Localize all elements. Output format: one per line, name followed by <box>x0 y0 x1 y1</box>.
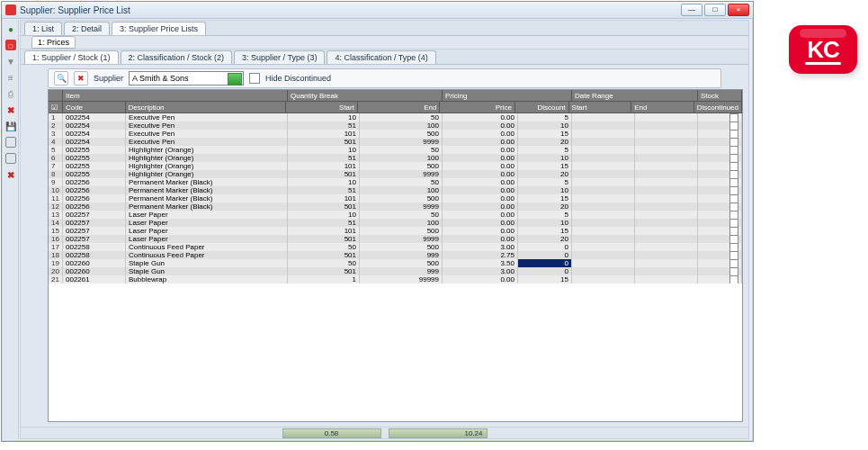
cell-discontinued[interactable] <box>698 122 742 130</box>
viewtab-class-type[interactable]: 4: Classification / Type (4) <box>327 50 435 64</box>
table-row[interactable]: 8002255Highlighter (Orange)50199990.0020 <box>49 170 742 178</box>
discontinued-checkbox[interactable] <box>729 186 738 194</box>
discontinued-checkbox[interactable] <box>729 275 738 284</box>
tab-price-lists[interactable]: 3: Supplier Price Lists <box>112 22 206 35</box>
cell-discontinued[interactable] <box>698 235 742 243</box>
cell-discontinued[interactable] <box>698 275 742 284</box>
viewtab-supplier-stock[interactable]: 1: Supplier / Stock (1) <box>24 50 119 64</box>
cell-discount[interactable]: 10 <box>518 219 572 227</box>
cell-discontinued[interactable] <box>698 243 742 251</box>
sort-icon[interactable]: ≡ <box>5 72 16 83</box>
grid-body[interactable]: 1002254Executive Pen10500.0052002254Exec… <box>49 113 742 284</box>
discontinued-checkbox[interactable] <box>729 113 738 122</box>
table-row[interactable]: 21002261Bubblewrap1999990.0015 <box>49 275 742 284</box>
cell-discontinued[interactable] <box>698 194 742 202</box>
hide-disc-checkbox[interactable] <box>249 73 260 84</box>
cell-discontinued[interactable] <box>698 227 742 235</box>
cell-discontinued[interactable] <box>698 113 742 122</box>
maximize-button[interactable]: □ <box>704 4 726 16</box>
table-row[interactable]: 3002254Executive Pen1015000.0015 <box>49 130 742 138</box>
discontinued-checkbox[interactable] <box>729 211 738 219</box>
discontinued-checkbox[interactable] <box>729 138 738 146</box>
table-row[interactable]: 18002258Continuous Feed Paper5019992.750 <box>49 251 742 259</box>
cell-discontinued[interactable] <box>698 162 742 170</box>
cell-discount[interactable]: 20 <box>518 170 572 178</box>
cell-discontinued[interactable] <box>698 202 742 211</box>
table-row[interactable]: 14002257Laser Paper511000.0010 <box>49 219 742 227</box>
table-row[interactable]: 20002260Staple Gun5019993.000 <box>49 267 742 275</box>
cell-discontinued[interactable] <box>698 130 742 138</box>
discontinued-checkbox[interactable] <box>729 227 738 235</box>
cell-discount[interactable]: 0 <box>518 251 572 259</box>
cell-discount[interactable]: 5 <box>518 178 572 186</box>
minimize-button[interactable]: — <box>681 4 702 16</box>
cell-discount[interactable]: 15 <box>518 162 572 170</box>
viewtab-class-stock[interactable]: 2: Classification / Stock (2) <box>121 50 233 64</box>
cell-discount[interactable]: 20 <box>518 235 572 243</box>
discontinued-checkbox[interactable] <box>729 259 738 267</box>
table-row[interactable]: 6002255Highlighter (Orange)511000.0010 <box>49 154 742 162</box>
discontinued-checkbox[interactable] <box>729 170 738 178</box>
tab-list[interactable]: 1: List <box>24 22 62 35</box>
discontinued-checkbox[interactable] <box>729 122 738 130</box>
print-icon[interactable]: ⎙ <box>5 88 16 99</box>
cell-discount[interactable]: 5 <box>518 146 572 154</box>
close-button[interactable]: × <box>728 4 749 16</box>
discontinued-checkbox[interactable] <box>729 235 738 243</box>
price-grid[interactable]: Item Quantity Break Pricing Date Range S… <box>48 89 743 422</box>
misc1-icon[interactable] <box>5 137 16 148</box>
table-row[interactable]: 11002256Permanent Marker (Black)1015000.… <box>49 194 742 202</box>
cell-discount[interactable]: 5 <box>518 211 572 219</box>
cell-discount[interactable]: 0 <box>518 259 572 267</box>
cell-discontinued[interactable] <box>698 154 742 162</box>
discontinued-checkbox[interactable] <box>729 243 738 251</box>
table-row[interactable]: 17002258Continuous Feed Paper505003.000 <box>49 243 742 251</box>
tab-detail[interactable]: 2: Detail <box>64 22 110 35</box>
discontinued-checkbox[interactable] <box>729 178 738 186</box>
cell-discount[interactable]: 15 <box>518 227 572 235</box>
table-row[interactable]: 4002254Executive Pen50199990.0020 <box>49 138 742 146</box>
funnel-icon[interactable]: ▼ <box>5 56 16 67</box>
cell-discount[interactable]: 10 <box>518 154 572 162</box>
viewtab-supplier-type[interactable]: 3: Supplier / Type (3) <box>234 50 325 64</box>
cell-discontinued[interactable] <box>698 251 742 259</box>
discontinued-checkbox[interactable] <box>729 162 738 170</box>
discontinued-checkbox[interactable] <box>729 251 738 259</box>
discontinued-checkbox[interactable] <box>729 202 738 211</box>
table-row[interactable]: 7002255Highlighter (Orange)1015000.0015 <box>49 162 742 170</box>
table-row[interactable]: 10002256Permanent Marker (Black)511000.0… <box>49 186 742 194</box>
discontinued-checkbox[interactable] <box>729 194 738 202</box>
subtab-prices[interactable]: 1: Prices <box>31 36 76 49</box>
cell-discontinued[interactable] <box>698 267 742 275</box>
discontinued-checkbox[interactable] <box>729 130 738 138</box>
cell-discount[interactable]: 10 <box>518 186 572 194</box>
cell-discount[interactable]: 15 <box>518 130 572 138</box>
cell-discount[interactable]: 20 <box>518 138 572 146</box>
titlebar[interactable]: Supplier: Supplier Price List — □ × <box>2 2 753 19</box>
delete-icon[interactable]: ✖ <box>5 104 16 115</box>
cell-discount[interactable]: 5 <box>518 113 572 122</box>
cancel-icon[interactable]: ✖ <box>5 169 16 180</box>
cell-discount[interactable]: 0 <box>518 267 572 275</box>
cell-discount[interactable]: 0 <box>518 243 572 251</box>
misc2-icon[interactable] <box>5 153 16 164</box>
find-icon[interactable]: 🔍 <box>54 71 68 86</box>
save-icon[interactable]: 💾 <box>5 121 16 131</box>
cell-discontinued[interactable] <box>698 259 742 267</box>
cell-discontinued[interactable] <box>698 186 742 194</box>
table-row[interactable]: 9002256Permanent Marker (Black)10500.005 <box>49 178 742 186</box>
cell-discount[interactable]: 10 <box>518 122 572 130</box>
pdf-icon[interactable]: ▢ <box>5 40 16 50</box>
cell-discount[interactable]: 15 <box>518 194 572 202</box>
discontinued-checkbox[interactable] <box>729 219 738 227</box>
cell-discount[interactable]: 15 <box>518 275 572 284</box>
cell-discontinued[interactable] <box>698 211 742 219</box>
discontinued-checkbox[interactable] <box>729 154 738 162</box>
table-row[interactable]: 19002260Staple Gun505003.500 <box>49 259 742 267</box>
cell-discontinued[interactable] <box>698 170 742 178</box>
supplier-combo[interactable]: A Smith & Sons <box>129 71 244 86</box>
discontinued-checkbox[interactable] <box>729 146 738 154</box>
table-row[interactable]: 12002256Permanent Marker (Black)50199990… <box>49 202 742 211</box>
discontinued-checkbox[interactable] <box>729 267 738 275</box>
table-row[interactable]: 5002255Highlighter (Orange)10500.005 <box>49 146 742 154</box>
